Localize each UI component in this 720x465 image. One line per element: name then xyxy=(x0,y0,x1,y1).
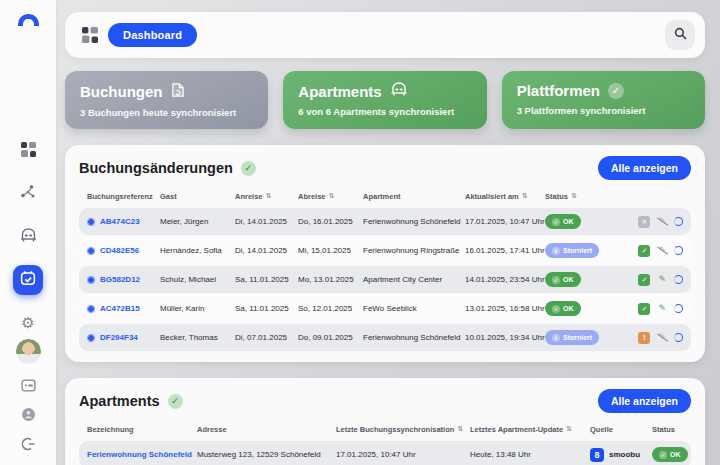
calendar-ok-icon[interactable]: ✓ xyxy=(638,274,650,286)
booking-ref-link[interactable]: AC472B15 xyxy=(87,304,160,313)
arrival-cell: Sa, 11.01.2025 xyxy=(235,275,298,284)
arrival-cell: Di, 14.01.2025 xyxy=(235,217,298,226)
edit-disabled-icon[interactable]: ✎ xyxy=(658,217,666,226)
smoobu-logo-icon: 8 xyxy=(590,448,604,462)
departure-cell: Do, 16.01.2025 xyxy=(298,217,363,226)
guest-cell: Hernández, Sofia xyxy=(160,246,235,255)
booking-ref-link[interactable]: CD482E56 xyxy=(87,246,160,255)
sidebar-item-settings[interactable]: ⚙ xyxy=(13,308,43,338)
edit-disabled-icon[interactable]: ✎ xyxy=(658,333,666,342)
search-button[interactable] xyxy=(665,20,695,50)
calendar-ok-icon[interactable]: ✓ xyxy=(638,245,650,257)
section-check-icon: ✓ xyxy=(241,161,256,176)
apartments-section: Apartments ✓ Alle anzeigen Bezeichnung A… xyxy=(65,378,705,465)
guest-cell: Becker, Thomas xyxy=(160,333,235,342)
updated-cell: 17.01.2025, 10:47 Uhr xyxy=(465,217,545,226)
calendar-ok-icon[interactable]: ✓ xyxy=(638,303,650,315)
section-title: Apartments xyxy=(79,393,160,409)
sidebar-item-dashboard[interactable] xyxy=(13,136,43,166)
check-circle-icon: ✓ xyxy=(552,276,560,284)
info-circle-icon: i xyxy=(552,247,560,255)
app-logo xyxy=(18,14,39,26)
sort-icon: ⇅ xyxy=(457,425,463,433)
updated-cell: 16.01.2025, 17:41 Uhr xyxy=(465,246,545,255)
apartment-cell: Ferienwohnung Schönefeld xyxy=(363,217,465,226)
dashboard-tab[interactable]: Dashboard xyxy=(108,23,197,47)
status-badge: ✓OK xyxy=(652,447,688,462)
stat-cards: Buchungen 3 Buchungen heute synchronisie… xyxy=(65,71,705,129)
bookings-table-header: Buchungsreferenz Gast Anreise⇅ Abreise⇅ … xyxy=(79,186,691,206)
booking-ref-link[interactable]: BG582D12 xyxy=(87,275,160,284)
departure-cell: Do, 09.01.2025 xyxy=(298,333,363,342)
logout-icon[interactable] xyxy=(21,437,35,455)
bed-icon xyxy=(390,82,408,100)
address-cell: Musterweg 123, 12529 Schönefeld xyxy=(197,450,336,459)
booking-ref-link[interactable]: DF294F34 xyxy=(87,333,160,342)
sync-icon[interactable] xyxy=(674,217,683,226)
edit-disabled-icon[interactable]: ✎ xyxy=(658,246,666,255)
main-content: Dashboard Buchungen 3 Buchungen heute sy… xyxy=(65,12,705,465)
col-source: Quelle xyxy=(590,425,652,434)
col-last-update[interactable]: Letztes Apartment-Update⇅ xyxy=(470,425,590,434)
col-last-sync[interactable]: Letzte Buchungssynchronisation⇅ xyxy=(336,425,470,434)
arrival-cell: Di, 07.01.2025 xyxy=(235,333,298,342)
status-dot-icon xyxy=(87,334,95,342)
col-address: Adresse xyxy=(197,425,336,434)
col-status[interactable]: Status⇅ xyxy=(545,192,609,201)
sync-icon[interactable] xyxy=(674,333,683,342)
apps-grid-icon[interactable] xyxy=(82,27,98,43)
check-circle-icon: ✓ xyxy=(659,451,667,459)
edit-icon[interactable]: ✎ xyxy=(658,275,666,284)
col-guest: Gast xyxy=(160,192,235,201)
table-row: AB474C23 Meier, Jürgen Di, 14.01.2025 Do… xyxy=(79,208,691,235)
sync-icon[interactable] xyxy=(674,275,683,284)
status-dot-icon xyxy=(87,247,95,255)
sidebar-item-apartments[interactable] xyxy=(13,222,43,252)
col-name: Bezeichnung xyxy=(87,425,197,434)
col-arrival[interactable]: Anreise⇅ xyxy=(235,192,298,201)
sidebar-item-integrations[interactable] xyxy=(13,179,43,209)
view-all-bookings-button[interactable]: Alle anzeigen xyxy=(598,156,691,180)
departure-cell: So, 12.01.2025 xyxy=(298,304,363,313)
card-subtitle: 3 Plattformen synchronisiert xyxy=(517,105,690,116)
sort-icon: ⇅ xyxy=(522,192,528,200)
topbar: Dashboard xyxy=(65,12,705,58)
table-row: Ferienwohnung Schönefeld Musterweg 123, … xyxy=(79,441,691,465)
card-apartments[interactable]: Apartments 6 von 6 Apartments synchronis… xyxy=(283,71,486,129)
calendar-error-icon[interactable]: ✕ xyxy=(638,216,650,228)
sync-icon[interactable] xyxy=(674,304,683,313)
card-platforms[interactable]: Plattformen ✓ 3 Plattformen synchronisie… xyxy=(502,71,705,129)
departure-cell: Mo, 13.01.2025 xyxy=(298,275,363,284)
user-avatar[interactable] xyxy=(15,338,42,365)
col-updated[interactable]: Aktualisiert am⇅ xyxy=(465,192,545,201)
view-all-apartments-button[interactable]: Alle anzeigen xyxy=(598,389,691,413)
sync-icon[interactable] xyxy=(674,246,683,255)
document-sync-icon xyxy=(171,82,185,101)
col-departure[interactable]: Abreise⇅ xyxy=(298,192,363,201)
dashboard-grid-icon xyxy=(21,142,36,161)
check-circle-icon: ✓ xyxy=(608,83,624,99)
status-badge: ✓OK xyxy=(545,214,581,229)
card-title: Plattformen xyxy=(517,82,600,99)
devices-card-icon[interactable] xyxy=(21,378,36,396)
card-subtitle: 3 Buchungen heute synchronisiert xyxy=(80,107,253,118)
sidebar-item-sync[interactable] xyxy=(13,265,43,295)
apartment-cell: Ferienwohnung Ringstraße xyxy=(363,246,465,255)
apartment-link[interactable]: Ferienwohnung Schönefeld xyxy=(87,450,197,459)
status-badge: ✓OK xyxy=(545,301,581,316)
calendar-check-icon xyxy=(20,270,36,290)
table-row: CD482E56 Hernández, Sofia Di, 14.01.2025… xyxy=(79,237,691,264)
sort-icon: ⇅ xyxy=(571,192,577,200)
check-circle-icon: ✓ xyxy=(552,305,560,313)
card-bookings[interactable]: Buchungen 3 Buchungen heute synchronisie… xyxy=(65,71,268,129)
source-cell: 8smoobu xyxy=(590,448,652,462)
guest-cell: Meier, Jürgen xyxy=(160,217,235,226)
profile-icon[interactable] xyxy=(21,407,36,426)
table-row: BG582D12 Schulz, Michael Sa, 11.01.2025 … xyxy=(79,266,691,293)
guest-cell: Müller, Karin xyxy=(160,304,235,313)
edit-icon[interactable]: ✎ xyxy=(658,304,666,313)
calendar-warning-icon[interactable]: ! xyxy=(638,332,650,344)
booking-ref-link[interactable]: AB474C23 xyxy=(87,217,160,226)
sidebar-nav: ⚙ xyxy=(13,136,43,338)
sort-icon: ⇅ xyxy=(329,192,335,200)
